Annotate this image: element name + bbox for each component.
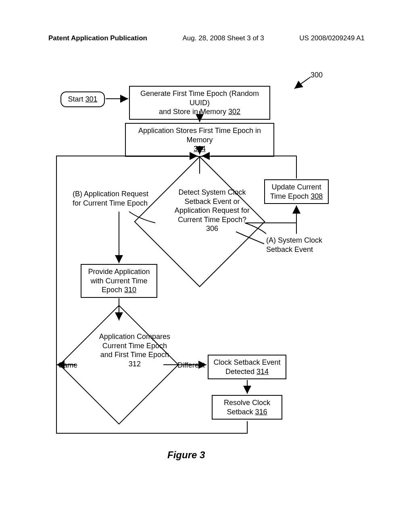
- box-316: Resolve Clock Setback 316: [212, 395, 282, 420]
- ref-304: 304: [194, 145, 206, 153]
- box-314-l1: Clock Setback Event: [212, 358, 282, 367]
- box-310-l2: with Current Time: [85, 276, 153, 286]
- box-314: Clock Setback Event Detected 314: [208, 355, 286, 379]
- box-302-line2: and Store in Memory: [159, 108, 226, 116]
- box-316-l2: Setback: [227, 408, 253, 416]
- box-310: Provide Application with Current Time Ep…: [81, 264, 157, 298]
- start-terminal: Start 301: [60, 91, 105, 107]
- header-right: US 2008/0209249 A1: [299, 34, 365, 42]
- page-header: Patent Application Publication Aug. 28, …: [0, 34, 413, 42]
- box-304: Application Stores First Time Epoch in M…: [125, 123, 274, 157]
- box-314-l2: Detected: [225, 368, 254, 376]
- label-a-l2: Setback Event: [266, 245, 322, 254]
- label-a-l1: (A) System Clock: [266, 236, 322, 245]
- ref-308: 308: [311, 192, 323, 200]
- label-a: (A) System Clock Setback Event: [266, 236, 322, 254]
- dec-306-l2: Setback Event or: [172, 197, 252, 206]
- ref-302: 302: [228, 108, 240, 116]
- box-308-l1: Update Current: [268, 183, 325, 192]
- dec-312-l1: Application Compares: [94, 332, 175, 341]
- figure-caption: Figure 3: [167, 449, 205, 461]
- label-b-l2: for Current Time Epoch: [73, 199, 148, 208]
- dec-306-l3: Application Request for: [172, 206, 252, 215]
- ref-300: 300: [311, 71, 323, 80]
- start-label: Start: [68, 95, 83, 103]
- box-316-l1: Resolve Clock: [216, 398, 278, 407]
- box-310-l1: Provide Application: [85, 267, 153, 276]
- header-mid: Aug. 28, 2008 Sheet 3 of 3: [183, 34, 264, 42]
- label-b: (B) Application Request for Current Time…: [73, 189, 148, 208]
- dec-312-l2: Current Time Epoch: [94, 341, 175, 350]
- box-308-l2: Time Epoch: [270, 192, 309, 200]
- box-308: Update Current Time Epoch 308: [264, 179, 329, 204]
- header-left: Patent Application Publication: [48, 34, 147, 42]
- label-different: Different: [177, 361, 205, 370]
- ref-306: 306: [206, 224, 218, 233]
- label-same: Same: [58, 361, 77, 370]
- box-310-l3: Epoch: [102, 286, 122, 294]
- ref-314: 314: [257, 368, 269, 376]
- box-302: Generate First Time Epoch (Random UUID) …: [129, 86, 270, 120]
- label-b-l1: (B) Application Request: [73, 189, 148, 199]
- ref-316: 316: [255, 408, 267, 416]
- ref-310: 310: [124, 286, 136, 294]
- dec-306-l4: Current Time Epoch?: [172, 215, 252, 224]
- box-304-line1: Application Stores First Time Epoch in M…: [129, 126, 270, 144]
- dec-312-l3: and First Time Epoch: [94, 350, 175, 360]
- ref-301: 301: [85, 95, 97, 103]
- dec-306-l1: Detect System Clock: [172, 188, 252, 197]
- ref-312: 312: [129, 360, 141, 368]
- box-302-line1: Generate First Time Epoch (Random UUID): [133, 89, 266, 107]
